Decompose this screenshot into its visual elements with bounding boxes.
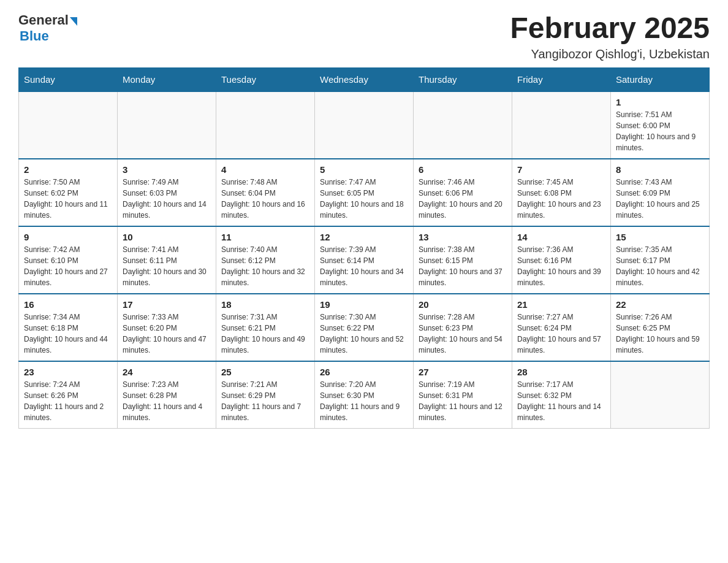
calendar-cell: 17Sunrise: 7:33 AMSunset: 6:20 PMDayligh… bbox=[118, 294, 216, 361]
calendar-header-row: SundayMondayTuesdayWednesdayThursdayFrid… bbox=[19, 67, 710, 91]
day-number: 5 bbox=[320, 164, 408, 175]
calendar-cell: 24Sunrise: 7:23 AMSunset: 6:28 PMDayligh… bbox=[118, 361, 216, 429]
week-row-2: 2Sunrise: 7:50 AMSunset: 6:02 PMDaylight… bbox=[19, 159, 710, 226]
calendar-cell bbox=[611, 361, 710, 429]
day-info: Sunrise: 7:33 AMSunset: 6:20 PMDaylight:… bbox=[123, 312, 211, 356]
calendar-cell: 7Sunrise: 7:45 AMSunset: 6:08 PMDaylight… bbox=[512, 159, 611, 226]
day-info: Sunrise: 7:35 AMSunset: 6:17 PMDaylight:… bbox=[616, 244, 704, 288]
logo-blue-text: Blue bbox=[20, 28, 49, 44]
calendar-cell bbox=[414, 91, 512, 159]
calendar-cell bbox=[19, 91, 118, 159]
calendar-cell: 19Sunrise: 7:30 AMSunset: 6:22 PMDayligh… bbox=[315, 294, 414, 361]
day-info: Sunrise: 7:17 AMSunset: 6:32 PMDaylight:… bbox=[517, 379, 605, 423]
calendar-cell: 3Sunrise: 7:49 AMSunset: 6:03 PMDaylight… bbox=[118, 159, 216, 226]
day-number: 13 bbox=[419, 232, 507, 242]
month-title: February 2025 bbox=[510, 12, 710, 45]
weekday-header-saturday: Saturday bbox=[611, 67, 710, 91]
day-number: 2 bbox=[24, 164, 112, 175]
day-number: 25 bbox=[221, 367, 309, 377]
day-number: 15 bbox=[616, 232, 704, 242]
day-info: Sunrise: 7:19 AMSunset: 6:31 PMDaylight:… bbox=[419, 379, 507, 423]
calendar-cell: 1Sunrise: 7:51 AMSunset: 6:00 PMDaylight… bbox=[611, 91, 710, 159]
day-info: Sunrise: 7:36 AMSunset: 6:16 PMDaylight:… bbox=[517, 244, 605, 288]
day-info: Sunrise: 7:40 AMSunset: 6:12 PMDaylight:… bbox=[221, 244, 309, 288]
page-header: General Blue February 2025 Yangibozor Qi… bbox=[18, 12, 710, 61]
calendar-cell: 10Sunrise: 7:41 AMSunset: 6:11 PMDayligh… bbox=[118, 226, 216, 294]
weekday-header-tuesday: Tuesday bbox=[216, 67, 315, 91]
location-subtitle: Yangibozor Qishlog'i, Uzbekistan bbox=[510, 47, 710, 61]
day-number: 4 bbox=[221, 164, 309, 175]
calendar-cell: 9Sunrise: 7:42 AMSunset: 6:10 PMDaylight… bbox=[19, 226, 118, 294]
day-info: Sunrise: 7:46 AMSunset: 6:06 PMDaylight:… bbox=[419, 177, 507, 221]
calendar-cell: 20Sunrise: 7:28 AMSunset: 6:23 PMDayligh… bbox=[414, 294, 512, 361]
day-info: Sunrise: 7:28 AMSunset: 6:23 PMDaylight:… bbox=[419, 312, 507, 356]
day-info: Sunrise: 7:49 AMSunset: 6:03 PMDaylight:… bbox=[123, 177, 211, 221]
calendar-cell: 8Sunrise: 7:43 AMSunset: 6:09 PMDaylight… bbox=[611, 159, 710, 226]
day-info: Sunrise: 7:21 AMSunset: 6:29 PMDaylight:… bbox=[221, 379, 309, 423]
day-info: Sunrise: 7:42 AMSunset: 6:10 PMDaylight:… bbox=[24, 244, 112, 288]
calendar-cell: 27Sunrise: 7:19 AMSunset: 6:31 PMDayligh… bbox=[414, 361, 512, 429]
day-number: 21 bbox=[517, 299, 605, 310]
calendar-table: SundayMondayTuesdayWednesdayThursdayFrid… bbox=[18, 67, 710, 429]
weekday-header-monday: Monday bbox=[118, 67, 216, 91]
week-row-4: 16Sunrise: 7:34 AMSunset: 6:18 PMDayligh… bbox=[19, 294, 710, 361]
calendar-cell bbox=[118, 91, 216, 159]
day-number: 23 bbox=[24, 367, 112, 377]
calendar-cell: 13Sunrise: 7:38 AMSunset: 6:15 PMDayligh… bbox=[414, 226, 512, 294]
day-number: 9 bbox=[24, 232, 112, 242]
calendar-cell: 28Sunrise: 7:17 AMSunset: 6:32 PMDayligh… bbox=[512, 361, 611, 429]
week-row-3: 9Sunrise: 7:42 AMSunset: 6:10 PMDaylight… bbox=[19, 226, 710, 294]
day-info: Sunrise: 7:48 AMSunset: 6:04 PMDaylight:… bbox=[221, 177, 309, 221]
day-number: 20 bbox=[419, 299, 507, 310]
calendar-cell: 18Sunrise: 7:31 AMSunset: 6:21 PMDayligh… bbox=[216, 294, 315, 361]
weekday-header-wednesday: Wednesday bbox=[315, 67, 414, 91]
day-info: Sunrise: 7:31 AMSunset: 6:21 PMDaylight:… bbox=[221, 312, 309, 356]
day-number: 28 bbox=[517, 367, 605, 377]
day-info: Sunrise: 7:43 AMSunset: 6:09 PMDaylight:… bbox=[616, 177, 704, 221]
day-number: 1 bbox=[616, 97, 704, 107]
logo: General Blue bbox=[18, 12, 77, 44]
day-info: Sunrise: 7:38 AMSunset: 6:15 PMDaylight:… bbox=[419, 244, 507, 288]
day-number: 3 bbox=[123, 164, 211, 175]
day-number: 16 bbox=[24, 299, 112, 310]
day-info: Sunrise: 7:34 AMSunset: 6:18 PMDaylight:… bbox=[24, 312, 112, 356]
day-number: 24 bbox=[123, 367, 211, 377]
title-area: February 2025 Yangibozor Qishlog'i, Uzbe… bbox=[510, 12, 710, 61]
day-number: 8 bbox=[616, 164, 704, 175]
day-info: Sunrise: 7:39 AMSunset: 6:14 PMDaylight:… bbox=[320, 244, 408, 288]
day-number: 26 bbox=[320, 367, 408, 377]
day-info: Sunrise: 7:23 AMSunset: 6:28 PMDaylight:… bbox=[123, 379, 211, 423]
calendar-cell: 22Sunrise: 7:26 AMSunset: 6:25 PMDayligh… bbox=[611, 294, 710, 361]
logo-arrow-icon bbox=[70, 17, 77, 26]
day-number: 14 bbox=[517, 232, 605, 242]
calendar-cell: 25Sunrise: 7:21 AMSunset: 6:29 PMDayligh… bbox=[216, 361, 315, 429]
day-info: Sunrise: 7:24 AMSunset: 6:26 PMDaylight:… bbox=[24, 379, 112, 423]
day-number: 27 bbox=[419, 367, 507, 377]
calendar-cell bbox=[216, 91, 315, 159]
logo-general-text: General bbox=[18, 12, 69, 28]
calendar-cell: 11Sunrise: 7:40 AMSunset: 6:12 PMDayligh… bbox=[216, 226, 315, 294]
calendar-cell: 2Sunrise: 7:50 AMSunset: 6:02 PMDaylight… bbox=[19, 159, 118, 226]
day-info: Sunrise: 7:51 AMSunset: 6:00 PMDaylight:… bbox=[616, 109, 704, 153]
calendar-cell: 15Sunrise: 7:35 AMSunset: 6:17 PMDayligh… bbox=[611, 226, 710, 294]
day-info: Sunrise: 7:20 AMSunset: 6:30 PMDaylight:… bbox=[320, 379, 408, 423]
day-number: 10 bbox=[123, 232, 211, 242]
calendar-cell bbox=[315, 91, 414, 159]
day-number: 12 bbox=[320, 232, 408, 242]
day-info: Sunrise: 7:47 AMSunset: 6:05 PMDaylight:… bbox=[320, 177, 408, 221]
day-info: Sunrise: 7:26 AMSunset: 6:25 PMDaylight:… bbox=[616, 312, 704, 356]
week-row-5: 23Sunrise: 7:24 AMSunset: 6:26 PMDayligh… bbox=[19, 361, 710, 429]
day-number: 6 bbox=[419, 164, 507, 175]
calendar-cell: 14Sunrise: 7:36 AMSunset: 6:16 PMDayligh… bbox=[512, 226, 611, 294]
calendar-cell: 23Sunrise: 7:24 AMSunset: 6:26 PMDayligh… bbox=[19, 361, 118, 429]
calendar-cell: 26Sunrise: 7:20 AMSunset: 6:30 PMDayligh… bbox=[315, 361, 414, 429]
calendar-cell: 12Sunrise: 7:39 AMSunset: 6:14 PMDayligh… bbox=[315, 226, 414, 294]
day-info: Sunrise: 7:41 AMSunset: 6:11 PMDaylight:… bbox=[123, 244, 211, 288]
weekday-header-friday: Friday bbox=[512, 67, 611, 91]
day-number: 7 bbox=[517, 164, 605, 175]
weekday-header-sunday: Sunday bbox=[19, 67, 118, 91]
calendar-cell bbox=[512, 91, 611, 159]
day-number: 22 bbox=[616, 299, 704, 310]
day-info: Sunrise: 7:50 AMSunset: 6:02 PMDaylight:… bbox=[24, 177, 112, 221]
day-info: Sunrise: 7:45 AMSunset: 6:08 PMDaylight:… bbox=[517, 177, 605, 221]
